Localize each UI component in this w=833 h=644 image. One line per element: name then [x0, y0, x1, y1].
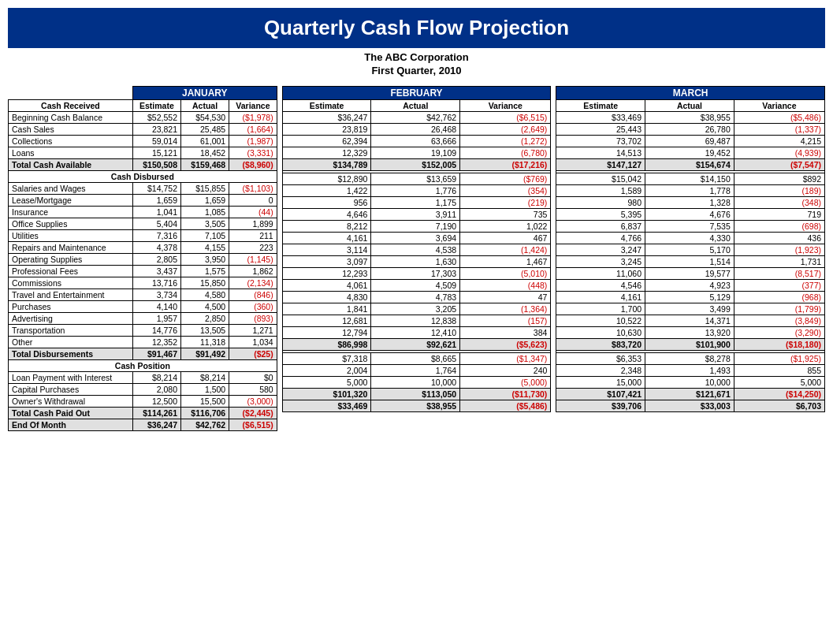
table-row: Advertising 1,957 2,850 (893): [9, 313, 277, 325]
table-row: Utilities 7,316 7,105 211: [9, 230, 277, 242]
table-row: 62,394 63,666 (1,272): [282, 136, 551, 147]
march-header: MARCH: [556, 87, 825, 100]
table-row: Office Supplies 5,404 3,505 1,899: [9, 218, 277, 230]
table-row: $12,890 $13,659 ($769): [282, 173, 551, 185]
january-section: JANUARY Cash Received Estimate Actual Va…: [8, 86, 277, 431]
table-row: 10,522 14,371 (3,849): [556, 315, 825, 327]
table-row: 8,212 7,190 1,022: [282, 221, 551, 233]
table-row: 12,293 17,303 (5,010): [282, 268, 551, 280]
jan-estimate-header: Estimate: [132, 100, 180, 112]
table-row: 4,766 4,330 436: [556, 233, 825, 244]
table-row: Insurance 1,041 1,085 (44): [9, 207, 277, 218]
table-row: Operating Supplies 2,805 3,950 (1,145): [9, 254, 277, 266]
table-row: Lease/Mortgage 1,659 1,659 0: [9, 195, 277, 207]
february-table: FEBRUARY Estimate Actual Variance $36,24…: [282, 86, 552, 412]
january-header: JANUARY: [132, 87, 277, 100]
total-cash-available-row: Total Cash Available $150,508 $159,468 (…: [9, 159, 277, 171]
table-row: 956 1,175 (219): [282, 197, 551, 209]
table-row: 1,841 3,205 (1,364): [282, 303, 551, 315]
section-header-row: Cash Disbursed: [9, 171, 277, 183]
table-row: 1,700 3,499 (1,799): [556, 303, 825, 315]
table-row: $147,127 $154,674 ($7,547): [556, 159, 825, 171]
table-row: 2,348 1,493 855: [556, 365, 825, 377]
table-row: 1,589 1,778 (189): [556, 185, 825, 197]
february-section: FEBRUARY Estimate Actual Variance $36,24…: [282, 86, 552, 431]
table-row: 3,097 1,630 1,467: [282, 256, 551, 268]
table-row: Beginning Cash Balance $52,552 $54,530 (…: [9, 112, 277, 124]
table-row: 4,061 4,509 (448): [282, 280, 551, 292]
table-row: 12,329 19,109 (6,780): [282, 147, 551, 159]
january-table: JANUARY Cash Received Estimate Actual Va…: [8, 86, 277, 431]
table-row: Salaries and Wages $14,752 $15,855 ($1,1…: [9, 183, 277, 195]
table-row: Loans 15,121 18,452 (3,331): [9, 147, 277, 159]
table-row: $107,421 $121,671 ($14,250): [556, 389, 825, 400]
table-row: Professional Fees 3,437 1,575 1,862: [9, 266, 277, 277]
march-section: MARCH Estimate Actual Variance $33,469 $…: [556, 86, 825, 431]
table-row: $33,469 $38,955 ($5,486): [556, 112, 825, 124]
table-row: Capital Purchases 2,080 1,500 580: [9, 384, 277, 396]
jan-actual-header: Actual: [181, 100, 229, 112]
table-row: Purchases 4,140 4,500 (360): [9, 301, 277, 313]
table-row: 4,646 3,911 735: [282, 209, 551, 221]
table-row: Other 12,352 11,318 1,034: [9, 337, 277, 348]
table-row: 4,161 3,694 467: [282, 233, 551, 244]
table-row: 5,395 4,676 719: [556, 209, 825, 221]
march-table: MARCH Estimate Actual Variance $33,469 $…: [556, 86, 825, 412]
feb-variance-header: Variance: [460, 100, 551, 112]
table-row: $15,042 $14,150 $892: [556, 173, 825, 185]
table-row: 73,702 69,487 4,215: [556, 136, 825, 147]
table-row: Transportation 14,776 13,505 1,271: [9, 325, 277, 337]
table-row: 11,060 19,577 (8,517): [556, 268, 825, 280]
feb-actual-header: Actual: [371, 100, 460, 112]
table-row: 12,794 12,410 384: [282, 327, 551, 339]
subtitle1: The ABC Corporation: [8, 51, 825, 63]
table-row: $134,789 $152,005 ($17,216): [282, 159, 551, 171]
table-row: $7,318 $8,665 ($1,347): [282, 353, 551, 365]
table-row: 25,443 26,780 (1,337): [556, 124, 825, 136]
table-row: 10,630 13,920 (3,290): [556, 327, 825, 339]
table-row: Owner's Withdrawal 12,500 15,500 (3,000): [9, 396, 277, 408]
table-row: $39,706 $33,003 $6,703: [556, 400, 825, 412]
total-disbursements-row: Total Disbursements $91,467 $91,492 ($25…: [9, 348, 277, 360]
table-row: Travel and Entertainment 3,734 4,580 (84…: [9, 289, 277, 301]
table-row: $6,353 $8,278 ($1,925): [556, 353, 825, 365]
table-row: Repairs and Maintenance 4,378 4,155 223: [9, 242, 277, 254]
mar-variance-header: Variance: [734, 100, 824, 112]
table-row: $33,469 $38,955 ($5,486): [282, 400, 551, 412]
table-row: 23,819 26,468 (2,649): [282, 124, 551, 136]
table-row: 4,546 4,923 (377): [556, 280, 825, 292]
table-row: 3,247 5,170 (1,923): [556, 244, 825, 256]
jan-row-label-header: Cash Received: [9, 100, 133, 112]
table-row: $101,320 $113,050 ($11,730): [282, 389, 551, 400]
jan-variance-header: Variance: [229, 100, 277, 112]
table-row: 3,114 4,538 (1,424): [282, 244, 551, 256]
table-row: $36,247 $42,762 ($6,515): [282, 112, 551, 124]
table-row: Commissions 13,716 15,850 (2,134): [9, 277, 277, 289]
total-cash-paid-row: Total Cash Paid Out $114,261 $116,706 ($…: [9, 408, 277, 419]
table-row: $83,720 $101,900 ($18,180): [556, 339, 825, 351]
mar-estimate-header: Estimate: [556, 100, 645, 112]
table-row: 3,245 1,514 1,731: [556, 256, 825, 268]
main-title: Quarterly Cash Flow Projection: [8, 8, 825, 48]
feb-estimate-header: Estimate: [282, 100, 371, 112]
table-row: 14,513 19,452 (4,939): [556, 147, 825, 159]
end-of-month-row: End Of Month $36,247 $42,762 ($6,515): [9, 419, 277, 431]
table-row: 5,000 10,000 (5,000): [282, 377, 551, 389]
table-row: Loan Payment with Interest $8,214 $8,214…: [9, 372, 277, 384]
table-row: $86,998 $92,621 ($5,623): [282, 339, 551, 351]
february-header: FEBRUARY: [282, 87, 551, 100]
table-row: Cash Sales 23,821 25,485 (1,664): [9, 124, 277, 136]
table-row: 12,681 12,838 (157): [282, 315, 551, 327]
table-row: 980 1,328 (348): [556, 197, 825, 209]
subtitle2: First Quarter, 2010: [8, 65, 825, 76]
table-row: 1,422 1,776 (354): [282, 185, 551, 197]
table-row: Collections 59,014 61,001 (1,987): [9, 136, 277, 147]
section-header-row: Cash Position: [9, 360, 277, 372]
table-row: 15,000 10,000 5,000: [556, 377, 825, 389]
table-row: 2,004 1,764 240: [282, 365, 551, 377]
table-row: 4,161 5,129 (968): [556, 292, 825, 303]
table-row: 6,837 7,535 (698): [556, 221, 825, 233]
tables-container: JANUARY Cash Received Estimate Actual Va…: [8, 86, 825, 431]
table-row: 4,830 4,783 47: [282, 292, 551, 303]
mar-actual-header: Actual: [645, 100, 734, 112]
